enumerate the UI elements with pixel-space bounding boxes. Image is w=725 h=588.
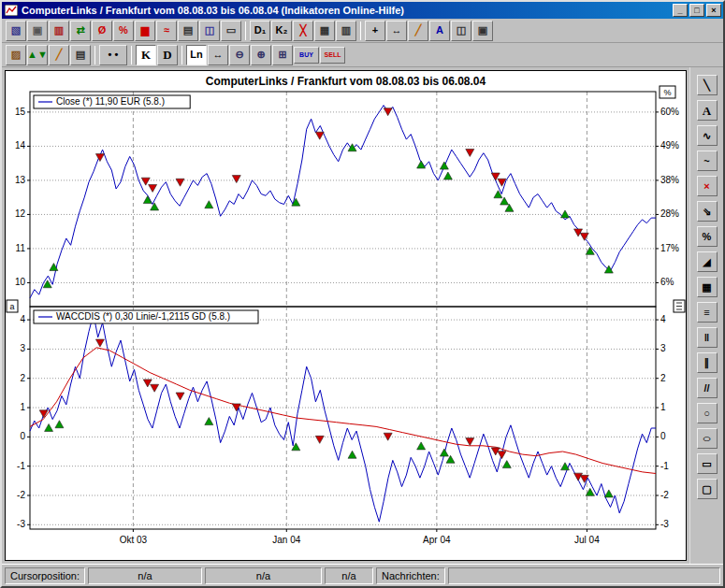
report-icon[interactable]: ▤ bbox=[178, 21, 198, 41]
remove-indicator-icon-glyph: Ø bbox=[98, 25, 107, 36]
indicator-d1-icon-glyph: D₁ bbox=[254, 25, 267, 36]
volume-bars-icon[interactable]: ▆ bbox=[135, 21, 155, 41]
maximize-button[interactable]: □ bbox=[689, 4, 704, 17]
chart-wizard-icon[interactable]: ▧ bbox=[6, 21, 26, 41]
freehand-draw-icon-glyph: ╱ bbox=[56, 50, 63, 60]
trend-arrow-tool[interactable]: ⇘ bbox=[697, 201, 718, 222]
line-type-icon[interactable]: ≈ bbox=[156, 21, 177, 41]
compare-icon[interactable]: ▥ bbox=[49, 21, 69, 41]
chart-canvas[interactable]: ComputerLinks / Frankfurt vom 08.08.03 b… bbox=[6, 71, 686, 560]
close-button[interactable]: × bbox=[706, 4, 721, 17]
curve-tool[interactable]: ~ bbox=[697, 151, 718, 171]
circle-tool[interactable]: ○ bbox=[697, 403, 718, 423]
chart-properties-icon-glyph: ▨ bbox=[11, 50, 21, 60]
parallel-channel-tool[interactable]: ∥ bbox=[697, 352, 718, 373]
chart-properties-icon[interactable]: ▨ bbox=[6, 45, 26, 65]
panel-settings-icon[interactable]: ▤ bbox=[70, 45, 91, 65]
percent-scale-icon[interactable]: % bbox=[113, 21, 134, 41]
trendline-tool[interactable]: ╲ bbox=[697, 75, 718, 95]
move-scale-icon[interactable]: ↔ bbox=[386, 21, 407, 41]
line-style-button[interactable]: • • bbox=[99, 45, 127, 65]
buy-marker bbox=[440, 162, 448, 169]
ln-scale-button[interactable]: Ln bbox=[186, 45, 207, 65]
chart-wizard-icon-glyph: ▧ bbox=[11, 25, 21, 36]
freehand-draw-icon[interactable]: ╱ bbox=[49, 45, 69, 65]
title-bar[interactable]: ComputerLinks / Frankfurt vom 08.08.03 b… bbox=[2, 2, 723, 19]
svg-text:3: 3 bbox=[20, 343, 25, 353]
ellipse-tool[interactable]: ○ bbox=[697, 428, 718, 449]
save-icon[interactable]: ◫ bbox=[199, 21, 220, 41]
speed-lines-tool[interactable]: // bbox=[697, 378, 718, 398]
percent-retracement-tool-glyph: % bbox=[703, 232, 712, 242]
sell-marker bbox=[95, 154, 104, 162]
horizontal-lines-tool[interactable]: ≡ bbox=[697, 302, 718, 323]
text-tool-glyph: A bbox=[703, 105, 711, 117]
buy-sell-signals-icon[interactable]: ▲▼ bbox=[27, 45, 48, 65]
compress-scale-icon[interactable]: ↔ bbox=[208, 45, 228, 65]
rectangle-tool[interactable]: ▭ bbox=[697, 453, 718, 474]
parallel-channel-tool-glyph: ∥ bbox=[704, 358, 710, 368]
toolbar-separator bbox=[245, 22, 246, 40]
sell-marker bbox=[95, 339, 104, 347]
chart-panel[interactable]: ComputerLinks / Frankfurt vom 08.08.03 b… bbox=[5, 70, 687, 561]
sell-marker-button[interactable]: SELL bbox=[320, 47, 345, 64]
buy-marker bbox=[417, 442, 426, 450]
svg-text:38%: 38% bbox=[660, 175, 679, 185]
minimize-button[interactable]: _ bbox=[673, 4, 688, 17]
sell-marker bbox=[39, 410, 48, 418]
kurs-button[interactable]: K bbox=[136, 45, 156, 65]
layout-icon[interactable]: ◫ bbox=[451, 21, 471, 41]
indicator-d1-icon[interactable]: D₁ bbox=[250, 21, 270, 41]
annotation-icon[interactable]: A bbox=[429, 21, 450, 41]
indicator-panel: -3-3-2-2-1-10011223344WACCDIS (*) 0,30 L… bbox=[17, 307, 669, 529]
grid-icon[interactable]: ▦ bbox=[314, 21, 335, 41]
buy-marker bbox=[143, 196, 152, 204]
rounded-rect-tool[interactable]: ▢ bbox=[697, 479, 718, 499]
x-axis-label: Jan 04 bbox=[272, 535, 300, 545]
kurs-button-glyph: K bbox=[141, 49, 151, 61]
print-icon[interactable]: ▭ bbox=[221, 21, 241, 41]
svg-text:2: 2 bbox=[20, 373, 25, 383]
svg-text:14: 14 bbox=[15, 140, 26, 151]
zoom-range-icon-glyph: ⊞ bbox=[278, 50, 286, 60]
draw-line-icon[interactable]: ╱ bbox=[408, 21, 428, 41]
indicator-k2-icon[interactable]: K₂ bbox=[271, 21, 292, 41]
buy-marker bbox=[443, 172, 452, 179]
depot-button[interactable]: D bbox=[157, 45, 178, 65]
save-icon-glyph: ◫ bbox=[205, 25, 214, 36]
copy-chart-icon[interactable]: ▣ bbox=[27, 21, 48, 41]
crosshair-icon[interactable]: + bbox=[365, 21, 385, 41]
portfolio-transfer-icon[interactable]: ⇄ bbox=[70, 21, 91, 41]
legend-text: WACCDIS (*) 0,30 Linie/-1,2115 GD (5.8.) bbox=[56, 311, 230, 322]
grid-settings-icon[interactable]: ▥ bbox=[336, 21, 356, 41]
crosshair-icon-glyph: + bbox=[372, 25, 378, 36]
windows-layout-icon[interactable]: ▣ bbox=[472, 21, 493, 41]
signal-overlay-icon[interactable]: ╳ bbox=[293, 21, 313, 41]
line-style-button-glyph: • • bbox=[109, 50, 119, 60]
news-field bbox=[448, 567, 720, 584]
zoom-out-icon[interactable]: ⊖ bbox=[229, 45, 250, 65]
percent-retracement-tool[interactable]: % bbox=[697, 226, 718, 247]
zigzag-tool[interactable]: ∿ bbox=[697, 125, 718, 146]
svg-text:11: 11 bbox=[16, 243, 26, 253]
window-title: ComputerLinks / Frankfurt vom 08.08.03 b… bbox=[22, 5, 670, 16]
sell-marker bbox=[498, 452, 506, 459]
vertical-lines-tool[interactable]: ‖ bbox=[697, 327, 718, 348]
text-tool[interactable]: A bbox=[697, 100, 718, 121]
buy-marker-button-glyph: BUY bbox=[299, 51, 313, 58]
volume-bars-icon-glyph: ▆ bbox=[141, 25, 149, 36]
status-bar: Cursorposition: n/a n/a n/a Nachrichten: bbox=[2, 564, 723, 586]
fibonacci-fan-tool[interactable]: ◢ bbox=[697, 251, 718, 272]
zoom-range-icon[interactable]: ⊞ bbox=[272, 45, 293, 65]
buy-marker bbox=[348, 451, 356, 458]
buy-marker bbox=[205, 201, 213, 208]
toolbar-chart: ▨▲▼╱▤• •KDLn↔⊖⊕⊞BUYSELL bbox=[2, 43, 723, 67]
news-label: Nachrichten: bbox=[376, 567, 445, 584]
depot-button-glyph: D bbox=[163, 49, 171, 61]
report-icon-glyph: ▤ bbox=[183, 25, 193, 36]
delete-drawing-tool[interactable]: × bbox=[697, 176, 718, 196]
buy-marker-button[interactable]: BUY bbox=[294, 47, 319, 64]
gann-grid-tool[interactable]: ▦ bbox=[697, 277, 718, 297]
zoom-in-icon[interactable]: ⊕ bbox=[251, 45, 271, 65]
remove-indicator-icon[interactable]: Ø bbox=[92, 21, 112, 41]
